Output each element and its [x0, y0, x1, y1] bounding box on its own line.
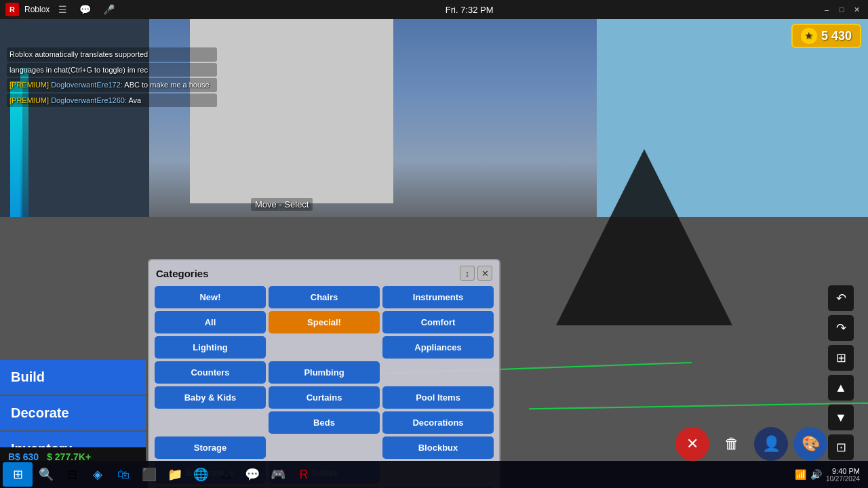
taskbar-steam-icon[interactable]: ♨	[214, 462, 239, 487]
network-icon: 📶	[795, 469, 806, 480]
cat-beds-btn[interactable]: Beds	[269, 411, 380, 434]
build-button[interactable]: Build	[0, 360, 146, 394]
taskbar-store-icon[interactable]: 🛍	[111, 462, 136, 487]
currency-icon: ★	[801, 28, 817, 44]
chat-premium-2: [PREMIUM]	[9, 96, 49, 104]
cat-empty-3	[155, 411, 266, 434]
chat-line-1: Roblox automatically translates supporte…	[7, 47, 217, 62]
cat-poolItems-btn[interactable]: Pool Items	[382, 386, 494, 409]
chat-user-1: DogloverwantEre172:	[51, 81, 124, 89]
maximize-button[interactable]: □	[835, 3, 848, 16]
cat-comfort-btn[interactable]: Comfort	[382, 311, 494, 333]
mic-title-icon[interactable]: 🎤	[100, 3, 118, 16]
categories-grid: New! Chairs Instruments All Special! Com…	[155, 286, 494, 488]
taskbar-roblox-icon[interactable]: R	[292, 462, 316, 487]
cat-storage-btn[interactable]: Storage	[155, 436, 266, 459]
cat-curtains-btn[interactable]: Curtains	[269, 386, 380, 409]
cat-instruments-btn[interactable]: Instruments	[382, 286, 494, 308]
close-button[interactable]: ✕	[850, 3, 863, 16]
cat-decorations-btn[interactable]: Decorations	[382, 411, 494, 434]
taskbar-xbox-icon[interactable]: 🎮	[266, 462, 290, 487]
delete-red-button[interactable]: ✕	[675, 427, 709, 461]
date-display: 10/27/2024	[826, 475, 860, 483]
volume-icon: 🔊	[810, 469, 822, 480]
panel-controls: ↕ ✕	[460, 266, 492, 281]
screenshot-button[interactable]: ⊡	[827, 434, 854, 461]
time-display: 9:40 PM	[826, 467, 860, 475]
panel-header: Categories ↕ ✕	[155, 266, 494, 281]
chat-area: Roblox automatically translates supporte…	[7, 47, 217, 108]
chat-premium-1: [PREMIUM]	[9, 81, 49, 89]
cat-empty-2	[382, 361, 494, 384]
cat-babykids-btn[interactable]: Baby & Kids	[155, 386, 266, 409]
taskbar-discord-icon[interactable]: 💬	[240, 462, 264, 487]
title-bar: R Roblox ☰ 💬 🎤 Fri. 7:32 PM – □ ✕	[0, 0, 868, 19]
cat-lighting-btn[interactable]: Lighting	[155, 336, 266, 359]
chat-user-2: DogloverwantEre1260:	[51, 96, 128, 104]
cat-plumbing-btn[interactable]: Plumbing	[269, 361, 380, 384]
grid-button[interactable]: ⊞	[827, 344, 854, 371]
taskbar: ⊞ 🔍 ⊟ ◈ 🛍 ⬛ 📁 🌐 ♨ 💬 🎮 R 📶 🔊 9:40 PM 10/2…	[0, 461, 868, 488]
chat-line-2: languages in chat(Ctrl+G to toggle) im r…	[7, 63, 217, 77]
taskbar-widgets-icon[interactable]: ⊟	[60, 462, 84, 487]
cat-all-btn[interactable]: All	[155, 311, 266, 333]
cat-new-btn[interactable]: New!	[155, 286, 266, 308]
undo-button[interactable]: ↶	[827, 285, 854, 312]
redo-button[interactable]: ↷	[827, 314, 854, 342]
title-bar-left: R Roblox ☰ 💬 🎤	[5, 3, 118, 16]
palette-button[interactable]: 🎨	[793, 427, 827, 461]
move-tooltip: Move - Select	[251, 198, 313, 211]
title-time: Fri. 7:32 PM	[446, 5, 494, 15]
decorate-button[interactable]: Decorate	[0, 396, 146, 430]
taskbar-right: 📶 🔊 9:40 PM 10/27/2024	[795, 467, 865, 483]
cat-counters-btn[interactable]: Counters	[155, 361, 266, 384]
bottom-actions: ✕ 🗑 👤 🎨	[675, 427, 827, 461]
taskbar-edge-icon[interactable]: ◈	[85, 462, 110, 487]
taskbar-search-icon[interactable]: 🔍	[34, 462, 58, 487]
roblox-logo: R	[5, 3, 19, 16]
title-bar-right: – □ ✕	[821, 3, 863, 16]
person-button[interactable]: 👤	[754, 427, 788, 461]
up-button[interactable]: ▲	[827, 374, 854, 401]
panel-title: Categories	[156, 268, 209, 279]
taskbar-minecraft-icon[interactable]: ⬛	[137, 462, 161, 487]
taskbar-folder-icon[interactable]: 📁	[163, 462, 187, 487]
taskbar-time: 9:40 PM 10/27/2024	[826, 467, 860, 483]
hamburger-icon[interactable]: ☰	[55, 3, 71, 16]
cat-empty-1	[269, 336, 380, 359]
currency-badge: ★ 5 430	[791, 24, 861, 48]
hud-right: ★ 5 430	[791, 24, 861, 48]
chat-title-icon[interactable]: 💬	[76, 3, 94, 16]
taskbar-chrome-icon[interactable]: 🌐	[189, 462, 213, 487]
chat-line-4: [PREMIUM] DogloverwantEre1260: Ava	[7, 94, 217, 108]
minimize-button[interactable]: –	[821, 3, 833, 16]
cat-chairs-btn[interactable]: Chairs	[269, 286, 380, 308]
panel-close-btn[interactable]: ✕	[477, 266, 492, 281]
windows-start-button[interactable]: ⊞	[3, 462, 33, 487]
down-button[interactable]: ▼	[827, 404, 854, 431]
panel-scroll-icon[interactable]: ↕	[460, 266, 475, 281]
chat-text-1: ABC to make me a house	[124, 81, 209, 89]
app-title: Roblox	[24, 5, 50, 14]
cat-empty-4	[269, 436, 380, 459]
chat-text-2: Ava	[128, 96, 141, 104]
right-tools: ↶ ↷ ⊞ ▲ ▼ ⊡ ⋯	[827, 285, 854, 488]
categories-panel: Categories ↕ ✕ New! Chairs Instruments A…	[148, 259, 500, 488]
cat-appliances-btn[interactable]: Appliances	[382, 336, 494, 359]
chat-line-3: [PREMIUM] DogloverwantEre172: ABC to mak…	[7, 78, 217, 92]
trash-button[interactable]: 🗑	[715, 427, 749, 461]
cat-blockbux-btn[interactable]: Blockbux	[382, 436, 494, 459]
currency-amount: 5 430	[821, 29, 852, 43]
cat-special-btn[interactable]: Special!	[269, 311, 380, 333]
